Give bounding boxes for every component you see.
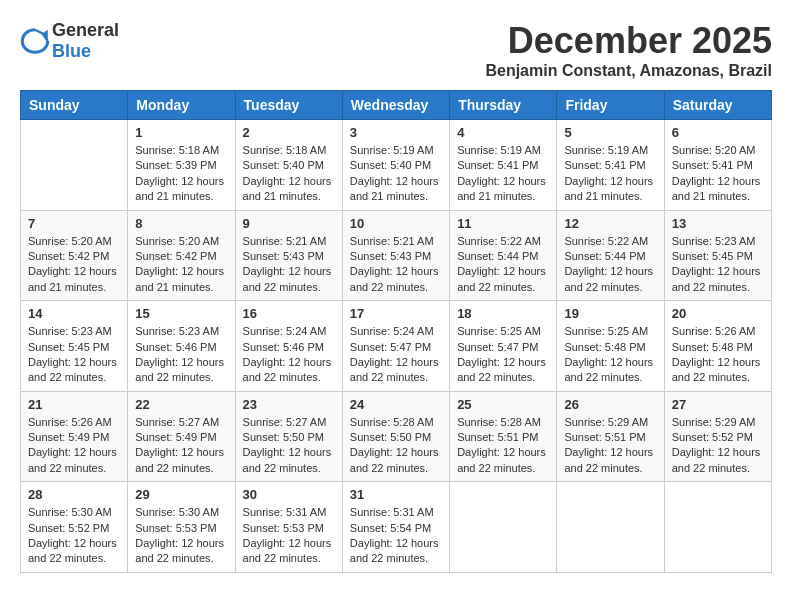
day-number: 8 [135, 216, 227, 231]
calendar-header-tuesday: Tuesday [235, 91, 342, 120]
calendar-cell: 10Sunrise: 5:21 AM Sunset: 5:43 PM Dayli… [342, 210, 449, 301]
day-number: 5 [564, 125, 656, 140]
day-number: 23 [243, 397, 335, 412]
day-info: Sunrise: 5:21 AM Sunset: 5:43 PM Dayligh… [243, 234, 335, 296]
calendar-cell: 7Sunrise: 5:20 AM Sunset: 5:42 PM Daylig… [21, 210, 128, 301]
calendar-cell: 29Sunrise: 5:30 AM Sunset: 5:53 PM Dayli… [128, 482, 235, 573]
calendar-header-row: SundayMondayTuesdayWednesdayThursdayFrid… [21, 91, 772, 120]
calendar-cell: 26Sunrise: 5:29 AM Sunset: 5:51 PM Dayli… [557, 391, 664, 482]
title-section: December 2025 Benjamin Constant, Amazona… [485, 20, 772, 80]
day-number: 10 [350, 216, 442, 231]
day-info: Sunrise: 5:21 AM Sunset: 5:43 PM Dayligh… [350, 234, 442, 296]
calendar-cell: 4Sunrise: 5:19 AM Sunset: 5:41 PM Daylig… [450, 120, 557, 211]
day-info: Sunrise: 5:24 AM Sunset: 5:46 PM Dayligh… [243, 324, 335, 386]
day-number: 7 [28, 216, 120, 231]
day-info: Sunrise: 5:30 AM Sunset: 5:52 PM Dayligh… [28, 505, 120, 567]
calendar-cell: 23Sunrise: 5:27 AM Sunset: 5:50 PM Dayli… [235, 391, 342, 482]
calendar-cell: 17Sunrise: 5:24 AM Sunset: 5:47 PM Dayli… [342, 301, 449, 392]
day-number: 1 [135, 125, 227, 140]
calendar-cell: 15Sunrise: 5:23 AM Sunset: 5:46 PM Dayli… [128, 301, 235, 392]
day-number: 21 [28, 397, 120, 412]
location-title: Benjamin Constant, Amazonas, Brazil [485, 62, 772, 80]
day-info: Sunrise: 5:18 AM Sunset: 5:39 PM Dayligh… [135, 143, 227, 205]
day-number: 20 [672, 306, 764, 321]
calendar-cell: 30Sunrise: 5:31 AM Sunset: 5:53 PM Dayli… [235, 482, 342, 573]
day-number: 18 [457, 306, 549, 321]
day-number: 28 [28, 487, 120, 502]
calendar-week-4: 21Sunrise: 5:26 AM Sunset: 5:49 PM Dayli… [21, 391, 772, 482]
day-number: 22 [135, 397, 227, 412]
page-header: General Blue December 2025 Benjamin Cons… [20, 20, 772, 80]
calendar-cell: 8Sunrise: 5:20 AM Sunset: 5:42 PM Daylig… [128, 210, 235, 301]
day-info: Sunrise: 5:20 AM Sunset: 5:42 PM Dayligh… [28, 234, 120, 296]
day-info: Sunrise: 5:23 AM Sunset: 5:45 PM Dayligh… [672, 234, 764, 296]
calendar-cell [557, 482, 664, 573]
calendar-header-wednesday: Wednesday [342, 91, 449, 120]
calendar-cell: 16Sunrise: 5:24 AM Sunset: 5:46 PM Dayli… [235, 301, 342, 392]
calendar-cell: 18Sunrise: 5:25 AM Sunset: 5:47 PM Dayli… [450, 301, 557, 392]
calendar-cell [450, 482, 557, 573]
calendar-cell: 3Sunrise: 5:19 AM Sunset: 5:40 PM Daylig… [342, 120, 449, 211]
calendar-cell: 20Sunrise: 5:26 AM Sunset: 5:48 PM Dayli… [664, 301, 771, 392]
calendar-cell: 25Sunrise: 5:28 AM Sunset: 5:51 PM Dayli… [450, 391, 557, 482]
day-info: Sunrise: 5:22 AM Sunset: 5:44 PM Dayligh… [457, 234, 549, 296]
day-info: Sunrise: 5:19 AM Sunset: 5:41 PM Dayligh… [564, 143, 656, 205]
day-number: 3 [350, 125, 442, 140]
calendar-week-5: 28Sunrise: 5:30 AM Sunset: 5:52 PM Dayli… [21, 482, 772, 573]
day-number: 9 [243, 216, 335, 231]
day-info: Sunrise: 5:31 AM Sunset: 5:54 PM Dayligh… [350, 505, 442, 567]
day-number: 16 [243, 306, 335, 321]
day-info: Sunrise: 5:25 AM Sunset: 5:48 PM Dayligh… [564, 324, 656, 386]
calendar-body: 1Sunrise: 5:18 AM Sunset: 5:39 PM Daylig… [21, 120, 772, 573]
calendar-header-monday: Monday [128, 91, 235, 120]
day-number: 15 [135, 306, 227, 321]
day-number: 2 [243, 125, 335, 140]
month-title: December 2025 [485, 20, 772, 62]
calendar-cell: 1Sunrise: 5:18 AM Sunset: 5:39 PM Daylig… [128, 120, 235, 211]
day-info: Sunrise: 5:30 AM Sunset: 5:53 PM Dayligh… [135, 505, 227, 567]
logo: General Blue [20, 20, 119, 62]
calendar-week-2: 7Sunrise: 5:20 AM Sunset: 5:42 PM Daylig… [21, 210, 772, 301]
calendar-table: SundayMondayTuesdayWednesdayThursdayFrid… [20, 90, 772, 573]
day-number: 12 [564, 216, 656, 231]
day-info: Sunrise: 5:25 AM Sunset: 5:47 PM Dayligh… [457, 324, 549, 386]
calendar-header-friday: Friday [557, 91, 664, 120]
day-number: 11 [457, 216, 549, 231]
calendar-header-sunday: Sunday [21, 91, 128, 120]
day-info: Sunrise: 5:19 AM Sunset: 5:40 PM Dayligh… [350, 143, 442, 205]
calendar-cell [21, 120, 128, 211]
day-info: Sunrise: 5:29 AM Sunset: 5:52 PM Dayligh… [672, 415, 764, 477]
calendar-cell: 11Sunrise: 5:22 AM Sunset: 5:44 PM Dayli… [450, 210, 557, 301]
logo-icon [20, 26, 50, 56]
calendar-cell: 13Sunrise: 5:23 AM Sunset: 5:45 PM Dayli… [664, 210, 771, 301]
calendar-cell: 21Sunrise: 5:26 AM Sunset: 5:49 PM Dayli… [21, 391, 128, 482]
calendar-cell: 28Sunrise: 5:30 AM Sunset: 5:52 PM Dayli… [21, 482, 128, 573]
day-info: Sunrise: 5:20 AM Sunset: 5:42 PM Dayligh… [135, 234, 227, 296]
day-number: 31 [350, 487, 442, 502]
day-number: 29 [135, 487, 227, 502]
calendar-cell: 14Sunrise: 5:23 AM Sunset: 5:45 PM Dayli… [21, 301, 128, 392]
day-number: 17 [350, 306, 442, 321]
calendar-week-3: 14Sunrise: 5:23 AM Sunset: 5:45 PM Dayli… [21, 301, 772, 392]
day-number: 14 [28, 306, 120, 321]
day-info: Sunrise: 5:22 AM Sunset: 5:44 PM Dayligh… [564, 234, 656, 296]
day-info: Sunrise: 5:26 AM Sunset: 5:48 PM Dayligh… [672, 324, 764, 386]
calendar-week-1: 1Sunrise: 5:18 AM Sunset: 5:39 PM Daylig… [21, 120, 772, 211]
logo-text-blue: Blue [52, 41, 91, 61]
calendar-cell: 5Sunrise: 5:19 AM Sunset: 5:41 PM Daylig… [557, 120, 664, 211]
day-number: 24 [350, 397, 442, 412]
calendar-cell: 31Sunrise: 5:31 AM Sunset: 5:54 PM Dayli… [342, 482, 449, 573]
calendar-cell: 9Sunrise: 5:21 AM Sunset: 5:43 PM Daylig… [235, 210, 342, 301]
day-info: Sunrise: 5:18 AM Sunset: 5:40 PM Dayligh… [243, 143, 335, 205]
day-info: Sunrise: 5:26 AM Sunset: 5:49 PM Dayligh… [28, 415, 120, 477]
calendar-cell [664, 482, 771, 573]
calendar-cell: 24Sunrise: 5:28 AM Sunset: 5:50 PM Dayli… [342, 391, 449, 482]
day-info: Sunrise: 5:20 AM Sunset: 5:41 PM Dayligh… [672, 143, 764, 205]
calendar-header-saturday: Saturday [664, 91, 771, 120]
day-info: Sunrise: 5:23 AM Sunset: 5:46 PM Dayligh… [135, 324, 227, 386]
day-info: Sunrise: 5:27 AM Sunset: 5:50 PM Dayligh… [243, 415, 335, 477]
day-number: 25 [457, 397, 549, 412]
calendar-cell: 19Sunrise: 5:25 AM Sunset: 5:48 PM Dayli… [557, 301, 664, 392]
day-number: 6 [672, 125, 764, 140]
calendar-cell: 2Sunrise: 5:18 AM Sunset: 5:40 PM Daylig… [235, 120, 342, 211]
